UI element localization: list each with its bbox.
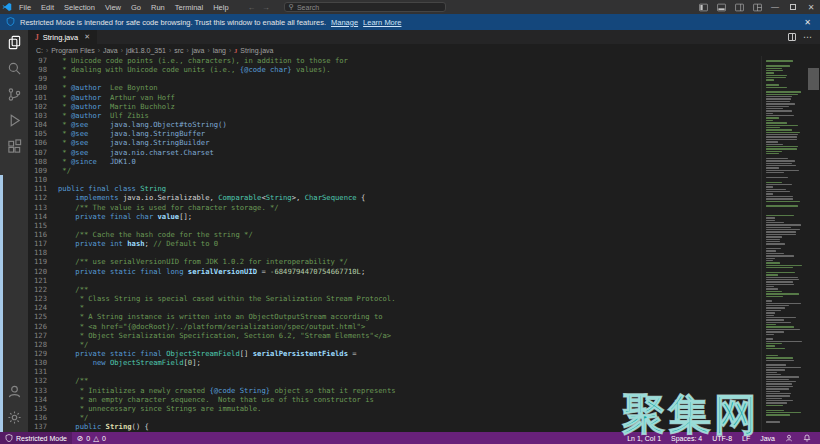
code-line[interactable]: 115 <box>28 221 761 230</box>
line-number[interactable]: 129 <box>28 349 58 358</box>
line-number[interactable]: 123 <box>28 294 58 303</box>
menu-file[interactable]: File <box>14 3 36 12</box>
activity-source-control-icon[interactable] <box>6 86 23 103</box>
code-line[interactable]: 114 private final char value[]; <box>28 212 761 221</box>
language-mode-status[interactable]: Java <box>755 432 780 444</box>
line-number[interactable]: 109 <box>28 166 58 175</box>
code-line[interactable]: 134 * an empty character sequence. Note … <box>28 395 761 404</box>
code-line[interactable]: 101 * @author Arthur van Hoff <box>28 93 761 102</box>
code-line[interactable]: 128 */ <box>28 340 761 349</box>
banner-close-icon[interactable]: ✕ <box>801 18 814 27</box>
breadcrumb-item[interactable]: C: <box>36 47 43 54</box>
toggle-secondary-sidebar-icon[interactable] <box>730 0 748 14</box>
menu-terminal[interactable]: Terminal <box>170 3 208 12</box>
breadcrumb-item[interactable]: src <box>174 47 183 54</box>
tab-string-java[interactable]: J String.java ✕ <box>28 30 97 44</box>
code-line[interactable]: 97 * Unicode code points (i.e., characte… <box>28 56 761 65</box>
breadcrumb-item[interactable]: Program Files <box>51 47 95 54</box>
code-line[interactable]: 125 * A String instance is written into … <box>28 312 761 321</box>
line-number[interactable]: 118 <box>28 248 58 257</box>
code-line[interactable]: 121 <box>28 276 761 285</box>
line-number[interactable]: 128 <box>28 340 58 349</box>
line-number[interactable]: 126 <box>28 322 58 331</box>
line-number[interactable]: 116 <box>28 230 58 239</box>
line-number[interactable]: 104 <box>28 120 58 129</box>
line-number[interactable]: 122 <box>28 285 58 294</box>
feedback-icon[interactable] <box>780 432 798 444</box>
line-number[interactable]: 121 <box>28 276 58 285</box>
code-line[interactable]: 113 /** The value is used for character … <box>28 203 761 212</box>
activity-explorer-icon[interactable] <box>6 34 23 51</box>
eol-status[interactable]: LF <box>737 432 755 444</box>
line-number[interactable]: 124 <box>28 303 58 312</box>
menu-run[interactable]: Run <box>146 3 170 12</box>
line-number[interactable]: 127 <box>28 331 58 340</box>
code-line[interactable]: 108 * @since JDK1.0 <box>28 157 761 166</box>
close-window-button[interactable]: ✕ <box>802 0 820 14</box>
breadcrumb-item[interactable]: lang <box>213 47 226 54</box>
code-line[interactable]: 132 /** <box>28 376 761 385</box>
menu-view[interactable]: View <box>100 3 126 12</box>
history-nav-arrows[interactable]: ← → <box>248 3 272 12</box>
editor-more-actions-icon[interactable]: ⋯ <box>803 35 812 39</box>
customize-layout-icon[interactable] <box>748 0 766 14</box>
breadcrumb-item[interactable]: jdk1.8.0_351 <box>126 47 166 54</box>
code-line[interactable]: 131 <box>28 367 761 376</box>
line-number[interactable]: 102 <box>28 102 58 111</box>
code-line[interactable]: 119 /** use serialVersionUID from JDK 1.… <box>28 257 761 266</box>
toggle-sidebar-icon[interactable] <box>694 0 712 14</box>
line-number[interactable]: 130 <box>28 358 58 367</box>
activity-account-icon[interactable] <box>6 383 23 400</box>
line-number[interactable]: 110 <box>28 175 58 184</box>
line-number[interactable]: 112 <box>28 193 58 202</box>
line-number[interactable]: 115 <box>28 221 58 230</box>
encoding-status[interactable]: UTF-8 <box>707 432 737 444</box>
line-number[interactable]: 111 <box>28 184 58 193</box>
line-number[interactable]: 135 <box>28 404 58 413</box>
code-line[interactable]: 116 /** Cache the hash code for the stri… <box>28 230 761 239</box>
breadcrumb-item[interactable]: java <box>192 47 205 54</box>
editor-scrollbar[interactable] <box>807 56 820 432</box>
code-line[interactable]: 103 * @author Ulf Zibis <box>28 111 761 120</box>
line-number[interactable]: 101 <box>28 93 58 102</box>
global-search-input[interactable]: ⚲ Search <box>284 2 446 12</box>
line-number[interactable]: 125 <box>28 312 58 321</box>
notifications-bell-icon[interactable] <box>798 432 816 444</box>
indentation-status[interactable]: Spaces: 4 <box>666 432 707 444</box>
code-line[interactable]: 102 * @author Martin Buchholz <box>28 102 761 111</box>
line-number[interactable]: 100 <box>28 83 58 92</box>
line-number[interactable]: 137 <box>28 422 58 431</box>
code-line[interactable]: 99 * <box>28 74 761 83</box>
line-number[interactable]: 120 <box>28 267 58 276</box>
breadcrumb-item[interactable]: String.java <box>240 47 273 54</box>
line-number[interactable]: 113 <box>28 203 58 212</box>
code-line[interactable]: 133 * Initializes a newly created {@code… <box>28 386 761 395</box>
activity-search-icon[interactable] <box>6 60 23 77</box>
code-line[interactable]: 124 * <box>28 303 761 312</box>
split-editor-icon[interactable] <box>788 33 796 41</box>
code-line[interactable]: 107 * @see java.nio.charset.Charset <box>28 148 761 157</box>
code-line[interactable]: 130 new ObjectStreamField[0]; <box>28 358 761 367</box>
code-line[interactable]: 135 * unnecessary since Strings are immu… <box>28 404 761 413</box>
code-line[interactable]: 117 private int hash; // Default to 0 <box>28 239 761 248</box>
line-number[interactable]: 107 <box>28 148 58 157</box>
toggle-panel-icon[interactable] <box>712 0 730 14</box>
code-line[interactable]: 100 * @author Lee Boynton <box>28 83 761 92</box>
code-line[interactable]: 137 public String() { <box>28 422 761 431</box>
problems-status[interactable]: ⊘ 0 △ 0 <box>72 432 111 444</box>
code-line[interactable]: 111public final class String <box>28 184 761 193</box>
line-number[interactable]: 114 <box>28 212 58 221</box>
line-number[interactable]: 106 <box>28 138 58 147</box>
code-line[interactable]: 105 * @see java.lang.StringBuffer <box>28 129 761 138</box>
tab-close-icon[interactable]: ✕ <box>84 33 90 41</box>
banner-learn-more-link[interactable]: Learn More <box>363 18 401 27</box>
code-line[interactable]: 123 * Class String is special cased with… <box>28 294 761 303</box>
activity-extensions-icon[interactable] <box>6 138 23 155</box>
code-line[interactable]: 110 <box>28 175 761 184</box>
minimap[interactable] <box>761 56 807 432</box>
code-line[interactable]: 127 * Object Serialization Specification… <box>28 331 761 340</box>
line-number[interactable]: 108 <box>28 157 58 166</box>
line-number[interactable]: 117 <box>28 239 58 248</box>
menu-edit[interactable]: Edit <box>36 3 59 12</box>
code-line[interactable]: 112 implements java.io.Serializable, Com… <box>28 193 761 202</box>
